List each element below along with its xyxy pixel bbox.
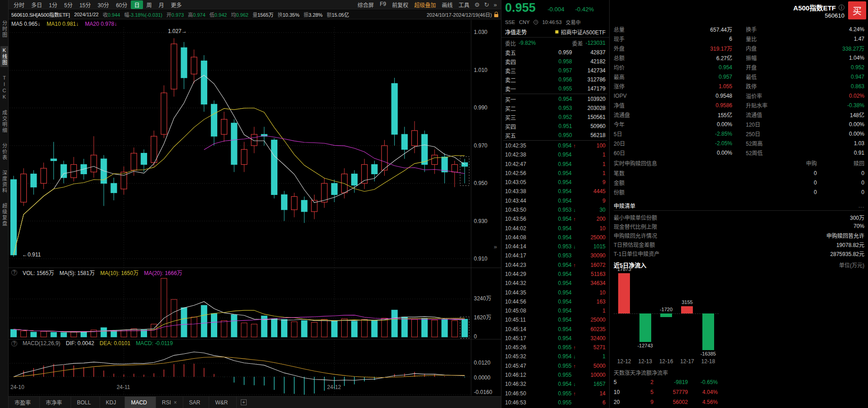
- toolbar-tool-button[interactable]: 综合屏: [355, 0, 377, 9]
- stat-label: 升贴水率: [746, 101, 768, 109]
- sidebar-item[interactable]: K线图: [0, 46, 8, 67]
- period-tab[interactable]: 月: [156, 0, 167, 9]
- period-tab[interactable]: 日: [131, 0, 143, 9]
- indicator-tab[interactable]: 市净率: [40, 397, 71, 408]
- collapse-right-icon[interactable]: »: [491, 1, 499, 8]
- quote-time: 10:46:53: [542, 19, 562, 25]
- date-range-control[interactable]: 2024/10/17-2024/12/19(46日): [427, 11, 498, 18]
- fund-name-link[interactable]: 招商中证A500ETF: [555, 28, 606, 36]
- stat-value: 0.91: [854, 150, 864, 156]
- inflow-date-label: 12-18: [698, 358, 719, 365]
- panel-collapse-icon[interactable]: »: [494, 243, 497, 250]
- tick-price: 0.955: [533, 344, 572, 351]
- bid-row[interactable]: 买一 0.954 103920: [501, 95, 609, 104]
- stat-value: 1.03: [854, 140, 864, 147]
- period-tab[interactable]: 5分: [61, 0, 76, 9]
- tick-volume: 10: [577, 225, 606, 232]
- help-icon[interactable]: ?: [11, 341, 17, 346]
- sidebar-item[interactable]: 分时图: [0, 19, 8, 39]
- bid-row[interactable]: 买四 0.951 50960: [501, 122, 609, 131]
- toolbar-tool-button[interactable]: 超级叠加: [411, 0, 439, 9]
- indicator-tab[interactable]: W&R: [209, 397, 237, 408]
- stat-label: 60日: [614, 149, 625, 157]
- indicator-tab[interactable]: 市盈率: [9, 397, 40, 408]
- inflow-days-cell: 5: [614, 379, 634, 385]
- period-tab[interactable]: 60分: [113, 0, 130, 9]
- tick-volume: 34634: [577, 280, 606, 286]
- period-tab[interactable]: 30分: [95, 0, 112, 9]
- tick-row: 10:43:44 0.954 9: [505, 197, 606, 205]
- stat-value: 0.00%: [849, 121, 864, 128]
- sidebar-item[interactable]: 成交明细: [0, 109, 8, 135]
- ask-row[interactable]: 卖五 0.959 42837: [501, 48, 609, 57]
- tick-volume: 6: [577, 399, 606, 406]
- inflow-table-header-cell: 天数: [614, 369, 625, 376]
- tick-row: 10:46:12 0.955 10000: [505, 371, 606, 379]
- ask-row[interactable]: 卖四 0.958 42182: [501, 57, 609, 66]
- volume-axis: 3240万1620万0: [474, 296, 499, 340]
- tick-volume: 1: [577, 353, 606, 360]
- kline-chart-svg[interactable]: [9, 0, 501, 408]
- subscription-row-label: 笔数: [614, 169, 769, 177]
- settings-gear-icon[interactable]: ⚙: [472, 1, 482, 8]
- info-circle-icon[interactable]: i: [839, 5, 844, 10]
- tab-close-icon[interactable]: ×: [174, 399, 177, 406]
- period-tab[interactable]: 1分: [46, 0, 61, 9]
- bid-price: 0.954: [523, 96, 572, 102]
- more-button[interactable]: ...: [858, 203, 864, 209]
- tick-time: 10:44:56: [505, 299, 533, 305]
- lock-icon[interactable]: [494, 14, 498, 17]
- tick-volume: 1: [577, 308, 606, 314]
- period-tab[interactable]: 分时: [10, 0, 28, 9]
- refresh-icon[interactable]: ↻: [482, 1, 491, 8]
- tick-row: 10:45:11 0.954 25000: [505, 316, 606, 324]
- stat-value: -0.38%: [847, 102, 864, 109]
- redemption-row-value: 70%: [854, 223, 864, 229]
- add-indicator-button[interactable]: +: [237, 397, 250, 408]
- ask-row[interactable]: 卖三 0.957 142734: [501, 66, 609, 75]
- toolbar-tool-button[interactable]: 前复权: [389, 0, 411, 9]
- volume-axis-label: 1620万: [474, 315, 499, 321]
- tick-row: 10:46:50 0.955 ↑ 14: [505, 389, 606, 398]
- x-axis-label: 24-12: [327, 384, 341, 390]
- period-tab[interactable]: 多日: [28, 0, 45, 9]
- price-axis-label: 0.910: [474, 256, 499, 262]
- tick-price: 0.953: [533, 243, 572, 250]
- weibi-label: 委比: [505, 39, 516, 47]
- toolbar-tool-button[interactable]: 工具: [456, 0, 472, 9]
- ask-levels: 卖五 0.959 42837 卖四 0.958 42182 卖三 0.957 1…: [501, 48, 609, 93]
- info-field: 额15.05亿: [327, 11, 349, 18]
- tick-direction-icon: ↑: [572, 363, 577, 369]
- toolbar-tool-button[interactable]: 画线: [439, 0, 455, 9]
- sidebar-item[interactable]: 深度资料: [0, 169, 8, 195]
- ask-row[interactable]: 卖二 0.956 312786: [501, 75, 609, 84]
- ask-row[interactable]: 卖一 0.955 147179: [501, 84, 609, 93]
- inflow-rate-cell: 4.56%: [688, 399, 718, 405]
- tick-time: 10:44:08: [505, 234, 533, 241]
- toolbar-tool-button[interactable]: F9: [377, 0, 389, 9]
- period-tab[interactable]: 15分: [76, 0, 94, 9]
- sidebar-item[interactable]: 超级复盘: [0, 202, 8, 228]
- sidebar-item[interactable]: TICK: [0, 74, 8, 102]
- stat-value: 6: [729, 36, 732, 42]
- tick-direction-icon: ↑: [572, 345, 577, 350]
- sidebar-item[interactable]: 分价表: [0, 142, 8, 162]
- help-icon[interactable]: ?: [11, 270, 17, 275]
- redemption-list-header: 申赎清单 ...: [614, 201, 864, 211]
- bid-row[interactable]: 买三 0.952 150561: [501, 113, 609, 122]
- period-tab[interactable]: 周: [143, 0, 155, 9]
- indicator-tab[interactable]: KDJ: [100, 397, 125, 408]
- buy-button[interactable]: 买: [848, 1, 866, 19]
- bid-row[interactable]: 买二 0.953 203028: [501, 104, 609, 113]
- tick-volume: 10000: [577, 372, 606, 378]
- indicator-tab-label: 市盈率: [14, 399, 31, 406]
- indicator-tab[interactable]: MACD: [125, 397, 156, 408]
- bid-row[interactable]: 买五 0.950 56218: [501, 131, 609, 140]
- inflow-value-label: -1720: [654, 307, 678, 312]
- indicator-tab[interactable]: RSI×: [156, 397, 183, 408]
- indicator-tab[interactable]: BOLL: [71, 397, 100, 408]
- period-tab[interactable]: 更多: [168, 0, 185, 9]
- period-toolbar: 分时多日1分5分15分30分60分日周月更多 综合屏F9前复权超级叠加画线工具 …: [9, 0, 501, 9]
- indicator-tab[interactable]: SAR: [183, 397, 210, 408]
- nav-value-trend-link[interactable]: 净值走势: [505, 28, 527, 36]
